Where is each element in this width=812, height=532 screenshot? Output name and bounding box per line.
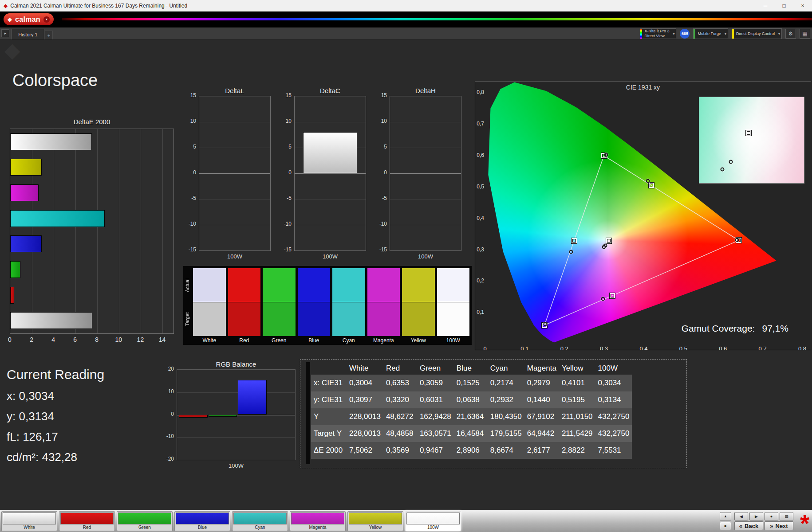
prev-button[interactable]: ◀: [734, 512, 748, 520]
deltae-plot: [10, 129, 174, 334]
deltae-bar-blue: [10, 235, 42, 252]
actual-swatch: [263, 268, 296, 302]
strip-column-red: Red: [228, 268, 261, 345]
cell-value: 0,6031: [417, 391, 454, 408]
axis-tick-label: -10: [189, 221, 196, 227]
tab-label: History 1: [18, 32, 37, 37]
actual-swatch: [298, 268, 331, 302]
cell-value: 48,6272: [383, 408, 417, 425]
deltae-bar-yellow: [10, 159, 42, 176]
maximize-button[interactable]: □: [775, 0, 793, 11]
axis-tick-label: 0: [288, 169, 292, 176]
settings-button[interactable]: ⚙: [785, 29, 796, 39]
axis-tick-label: 0,6: [719, 345, 727, 350]
reading-y: y: 0,3134: [7, 410, 104, 423]
swatch-color: [406, 512, 460, 524]
next-button[interactable]: » Next: [765, 521, 793, 530]
display-color-strip-icon: [732, 29, 734, 39]
swatch-blue[interactable]: Blue: [174, 511, 230, 531]
calman-logo-button[interactable]: ◆ calman ▾: [4, 13, 54, 25]
axis-tick-label: -5: [191, 195, 196, 201]
deltac-ylabels: 151050-5-10-15: [279, 96, 294, 251]
axis-tick-label: 0,7: [477, 121, 484, 127]
close-button[interactable]: ×: [793, 0, 812, 11]
gridline: [199, 225, 270, 225]
column-header: Red: [383, 362, 417, 375]
rgb-bar-blue: [238, 380, 267, 415]
layout-button[interactable]: ▦: [800, 29, 810, 39]
swatch-label: White: [3, 524, 56, 530]
minimize-button[interactable]: ─: [756, 0, 775, 11]
calman-watermark-icon: ◆: [4, 38, 20, 62]
row-label: ΔE 2000: [311, 442, 347, 459]
window-controls: ─ □ ×: [756, 0, 812, 11]
swatch-cyan[interactable]: Cyan: [232, 511, 288, 531]
gridline: [199, 250, 270, 251]
gridline: [177, 460, 295, 460]
swatch-green[interactable]: Green: [117, 511, 173, 531]
gridline: [390, 250, 461, 251]
deltal-title: DeltaL: [199, 87, 271, 95]
cie-panel: CIE 1931 xy 00,10,20,30,40,50,60,70,8 0,…: [475, 81, 811, 350]
rgb-ylabels: 20100-10-20: [162, 369, 177, 460]
measured-marker: [544, 322, 548, 326]
swatch-magenta[interactable]: Magenta: [290, 511, 346, 531]
stop-button[interactable]: ■: [720, 522, 731, 530]
axis-tick-label: 0,3: [600, 345, 608, 350]
cell-value: 0,3569: [383, 442, 417, 459]
window-title: Calman 2021 Calman Ultimate for Business…: [10, 3, 187, 9]
cell-value: 0,2932: [488, 391, 524, 408]
logo-menu-caret-icon[interactable]: ▾: [43, 16, 50, 23]
deltae-chart-title: DeltaE 2000: [10, 118, 174, 125]
new-tab-button[interactable]: +: [45, 31, 53, 39]
axis-tick-label: 4: [51, 336, 55, 343]
deltae-bar-magenta: [10, 184, 39, 201]
meter-dropdown[interactable]: X-Rite i1Pro 3 Direct View ▾: [640, 28, 676, 39]
cell-value: 432,2750: [595, 425, 632, 442]
history-nav-button[interactable]: ▸: [1, 29, 9, 37]
display-control-name: Direct Display Control: [736, 31, 775, 36]
axis-tick-label: 0: [483, 345, 486, 350]
swatch-label: Magenta: [291, 524, 344, 530]
current-reading: Current Reading x: 0,3034 y: 0,3134 fL: …: [7, 367, 104, 471]
back-button[interactable]: « Back: [734, 521, 763, 530]
source-dropdown[interactable]: Mobile Forge ▾: [693, 28, 728, 39]
gridline: [162, 129, 163, 333]
gridline: [295, 173, 366, 174]
gear-icon: ⚙: [788, 31, 793, 37]
cell-value: 211,5429: [559, 425, 595, 442]
display-control-dropdown[interactable]: Direct Display Control ▾: [732, 28, 782, 39]
tab-bar: ▸ History 1 + X-Rite i1Pro 3 Direct View…: [0, 27, 812, 40]
chevron-down-icon: ▾: [673, 32, 674, 36]
column-header: White: [347, 362, 383, 375]
gridline: [295, 250, 366, 251]
column-header: Magenta: [524, 362, 559, 375]
capture-button[interactable]: ▦: [780, 512, 793, 520]
gridline: [390, 122, 461, 122]
rgb-plot: [177, 369, 296, 460]
axis-tick-label: 5: [193, 144, 196, 150]
deltae-axis: 02468101214: [10, 336, 174, 343]
swatch-color: [176, 512, 229, 524]
plus-icon: +: [47, 33, 50, 38]
play-button[interactable]: ▶: [749, 512, 763, 520]
table-left-strip: [306, 362, 310, 464]
deltae-bar-100w: [10, 312, 92, 329]
swatch-100w[interactable]: 100W: [405, 511, 461, 531]
tab-history-1[interactable]: History 1: [12, 29, 44, 39]
swatch-red[interactable]: Red: [59, 511, 115, 531]
axis-tick-label: 0: [171, 411, 174, 417]
cell-value: 16,4584: [454, 425, 488, 442]
swatch-yellow[interactable]: Yellow: [347, 511, 403, 531]
axis-tick-label: 10: [115, 336, 122, 343]
target-swatch: [402, 302, 435, 336]
swatch-white[interactable]: White: [1, 511, 57, 531]
axis-tick-label: 0,8: [477, 89, 484, 95]
cell-value: 7,5062: [347, 442, 383, 459]
scroll-up-button[interactable]: ▲: [720, 512, 731, 520]
record-button[interactable]: ●: [765, 512, 778, 520]
gridline: [390, 173, 461, 174]
cell-value: 0,4101: [559, 375, 595, 391]
cell-value: 48,4858: [383, 425, 417, 442]
cell-value: 0,1440: [524, 391, 559, 408]
